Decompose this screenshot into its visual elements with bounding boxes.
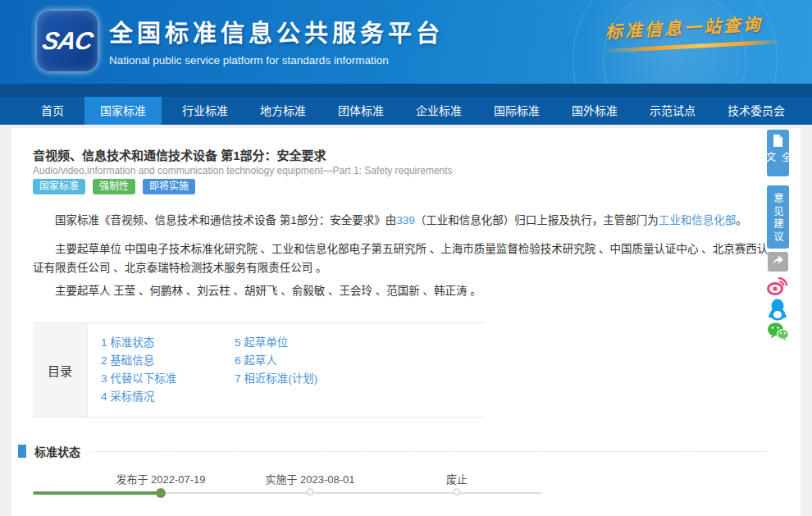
content-card: 音视频、信息技术和通信技术设备 第1部分：安全要求 Audio/video,in…	[11, 128, 801, 516]
document-icon	[773, 135, 783, 150]
badge-upcoming-implementation: 即将实施	[143, 179, 195, 194]
paragraph-drafters: 主要起草人 王莹 、何鹏林 、刘云柱 、胡妍飞 、俞毅敏 、王会玲 、范国新 、…	[33, 281, 776, 300]
toc-link-similar-standards[interactable]: 7 相近标准(计划)	[235, 370, 317, 388]
timeline-label-published: 发布于 2022-07-19	[116, 471, 205, 486]
timeline-dot-abolished	[454, 488, 461, 495]
slogan-underline-decoration	[606, 39, 778, 53]
nav-item-group-standards[interactable]: 团体标准	[326, 97, 395, 125]
feedback-button[interactable]: 意见建议	[767, 185, 789, 249]
status-section-title: 标准状态	[34, 443, 80, 459]
site-header: SAC 全国标准信息公共服务平台 National public service…	[0, 0, 812, 84]
badge-row: 国家标准 强制性 即将实施	[33, 179, 195, 194]
fulltext-button-label: 全文	[763, 152, 794, 176]
link-committee-339[interactable]: 339	[396, 214, 415, 226]
slogan-banner: 标准信息一站查询	[604, 10, 778, 53]
table-of-contents: 目录 1 标准状态 2 基础信息 3 代替以下标准 4 采标情况 5 起草单位 …	[33, 322, 484, 418]
nav-item-local-standards[interactable]: 地方标准	[249, 97, 317, 125]
nav-item-international-standards[interactable]: 国际标准	[482, 97, 551, 125]
badge-national-standard: 国家标准	[33, 179, 85, 194]
nav-item-pilot-demonstration[interactable]: 示范试点	[638, 97, 707, 125]
nav-item-enterprise-standards[interactable]: 企业标准	[404, 97, 473, 125]
toc-label: 目录	[33, 323, 88, 417]
timeline-track-completed	[33, 491, 161, 495]
toc-column-1: 1 标准状态 2 基础信息 3 代替以下标准 4 采标情况	[101, 334, 235, 406]
badge-mandatory: 强制性	[93, 179, 135, 194]
site-title: 全国标准信息公共服务平台 National public service pla…	[109, 14, 444, 66]
status-section-header: 标准状态	[18, 443, 766, 459]
sac-logo[interactable]: SAC	[37, 11, 98, 71]
nav-item-foreign-standards[interactable]: 国外标准	[560, 97, 629, 125]
main-nav: 首页 国家标准 行业标准 地方标准 团体标准 企业标准 国际标准 国外标准 示范…	[0, 97, 812, 125]
toc-link-drafters[interactable]: 6 起草人	[235, 352, 317, 370]
nav-item-industry-standards[interactable]: 行业标准	[171, 97, 239, 125]
header-bottom-band	[0, 84, 812, 97]
para1-text: 。	[736, 214, 747, 226]
feedback-button-label: 意见建议	[770, 193, 786, 244]
toc-column-2: 5 起草单位 6 起草人 7 相近标准(计划)	[235, 334, 317, 406]
timeline-dot-published	[156, 488, 166, 498]
para1-text: 国家标准《音视频、信息技术和通信技术设备 第1部分：安全要求》由	[55, 214, 396, 226]
section-divider-line	[92, 451, 766, 452]
link-ministry-of-industry[interactable]: 工业和信息化部	[659, 214, 737, 226]
toc-link-basic-info[interactable]: 2 基础信息	[101, 352, 235, 370]
paragraph-governance: 国家标准《音视频、信息技术和通信技术设备 第1部分：安全要求》由339（工业和信…	[33, 211, 776, 230]
timeline-label-abolished: 废止	[446, 471, 468, 486]
nav-item-home[interactable]: 首页	[30, 97, 75, 125]
weibo-icon[interactable]	[766, 274, 789, 297]
standard-title-cn: 音视频、信息技术和通信技术设备 第1部分：安全要求	[33, 146, 326, 163]
site-title-cn: 全国标准信息公共服务平台	[109, 14, 444, 48]
toc-link-replaced-standards[interactable]: 3 代替以下标准	[101, 370, 235, 388]
nav-item-technical-committees[interactable]: 技术委员会	[716, 97, 796, 125]
share-button[interactable]	[768, 252, 788, 272]
toc-link-standard-status[interactable]: 1 标准状态	[101, 334, 235, 352]
toc-link-drafting-organizations[interactable]: 5 起草单位	[235, 334, 317, 352]
share-icon	[772, 254, 784, 269]
wechat-icon[interactable]	[767, 322, 790, 345]
section-marker-decoration	[18, 445, 26, 458]
timeline-dot-implemented	[307, 488, 314, 495]
para1-text: （工业和信息化部）归口上报及执行，主管部门为	[415, 214, 659, 226]
site-title-en: National public service platform for sta…	[109, 54, 444, 66]
paragraph-drafting-organizations: 主要起草单位 中国电子技术标准化研究院 、工业和信息化部电子第五研究所 、上海市…	[33, 240, 776, 277]
status-timeline: 发布于 2022-07-19 实施于 2023-08-01 废止	[11, 466, 789, 515]
nav-item-national-standards[interactable]: 国家标准	[84, 97, 162, 125]
sac-logo-text: SAC	[40, 27, 94, 55]
standard-title-en: Audio/video,information and communicatio…	[33, 165, 453, 176]
toc-links: 1 标准状态 2 基础信息 3 代替以下标准 4 采标情况 5 起草单位 6 起…	[88, 323, 484, 417]
toc-link-adoption-status[interactable]: 4 采标情况	[101, 388, 235, 406]
qq-icon[interactable]	[767, 298, 790, 321]
timeline-label-implemented: 实施于 2023-08-01	[265, 471, 354, 486]
fulltext-button[interactable]: 全文	[767, 130, 789, 176]
slogan-text: 标准信息一站查询	[604, 10, 778, 43]
